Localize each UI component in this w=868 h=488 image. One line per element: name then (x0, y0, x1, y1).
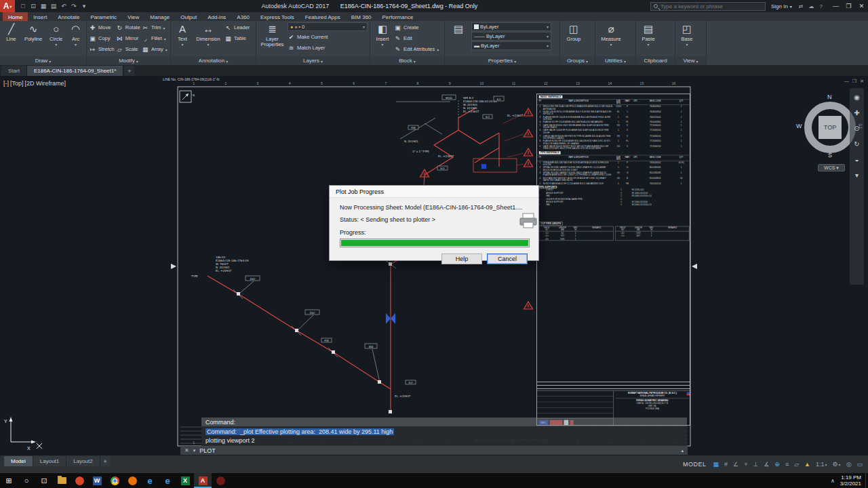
restore-drawing-icon[interactable]: ❐ (852, 79, 856, 84)
button-create[interactable]: ▣Create (394, 22, 439, 33)
showmotion-icon[interactable]: ◒ (854, 156, 859, 163)
wcs-menu[interactable]: WCS ▾ (818, 164, 845, 171)
button-layer-properties[interactable]: ≣Layer Properties (258, 22, 286, 48)
command-input-value[interactable]: PLOT (199, 447, 216, 454)
button-array[interactable]: ▦Array▾ (142, 44, 167, 54)
ribbon-tab-featured-apps[interactable]: Featured Apps (300, 12, 346, 21)
taskbar-task-view-icon[interactable]: ⊡ (35, 473, 53, 488)
navigation-wheel-icon[interactable]: ◉ (854, 94, 860, 101)
button-table[interactable]: ▦Table (224, 33, 250, 43)
linetype-select[interactable]: ——ByLayer▾ (471, 32, 551, 41)
viewcube-south[interactable]: S (828, 152, 832, 159)
ribbon-tab-performance[interactable]: Performance (377, 12, 419, 21)
stay-connected-icon[interactable]: ☁ (809, 3, 814, 9)
taskbar-excel-icon[interactable]: X (176, 473, 194, 488)
panel-label-draw[interactable]: Draw▾ (0, 56, 86, 65)
button-insert[interactable]: ◧Insert▾ (372, 22, 393, 47)
taskbar-firefox-icon[interactable] (123, 473, 141, 488)
taskbar-chrome-icon[interactable] (106, 473, 123, 488)
panel-label-utilities[interactable]: Utilities▾ (595, 56, 635, 65)
panel-label-modify[interactable]: Modify▾ (87, 56, 170, 65)
save-icon[interactable]: ▦ (39, 3, 48, 9)
workspace-switching-icon[interactable]: ⚙▾ (833, 461, 841, 468)
layout-tab-layout2[interactable]: Layout2 (66, 456, 100, 466)
pan-icon[interactable]: ✚ (854, 109, 859, 117)
taskbar-clock[interactable]: 1:19 PM 3/2/2021 (840, 474, 865, 487)
viewport-view-control[interactable]: [Top] (10, 80, 24, 87)
panel-label-view[interactable]: View▾ (675, 56, 706, 65)
ribbon-tab-home[interactable]: Home (3, 12, 28, 21)
sign-in-button[interactable]: Sign In ▾ (771, 3, 792, 9)
grid-icon[interactable]: ▦ (713, 461, 719, 468)
ribbon-tab-view[interactable]: View (122, 12, 144, 21)
button-base[interactable]: ◰Base▾ (677, 22, 696, 47)
polar-tracking-icon[interactable]: ∡ (764, 461, 769, 468)
button-leader[interactable]: ↖Leader (224, 22, 250, 33)
panel-label-layers[interactable]: Layers▾ (256, 56, 370, 65)
button-group[interactable]: ◫Group (562, 22, 585, 42)
ribbon-tab-manage[interactable]: Manage (144, 12, 175, 21)
object-color-select[interactable]: ByLayer▾ (471, 22, 551, 31)
button-polyline[interactable]: ∿Polyline (22, 22, 45, 42)
button-measure[interactable]: ⌀Measure▾ (597, 22, 625, 47)
command-input-bar[interactable]: ✕ ▾ PLOT ▴ (180, 446, 688, 455)
close-icon[interactable]: ✕ (184, 447, 189, 453)
close-drawing-icon[interactable]: ✕ (860, 79, 864, 84)
ribbon-tab-bim-360[interactable]: BIM 360 (346, 12, 377, 21)
chevron-down-icon[interactable]: ▾ (193, 448, 196, 453)
ribbon-tab-express-tools[interactable]: Express Tools (255, 12, 300, 21)
button-dimension[interactable]: ↔Dimension▾ (193, 22, 223, 47)
exchange-apps-icon[interactable]: ⇄ (799, 3, 804, 9)
minimize-icon[interactable]: — (829, 3, 842, 9)
lineweight-icon[interactable]: ≡ (785, 461, 789, 468)
panel-label-clipboard[interactable]: Clipboard (636, 56, 675, 65)
button-copy[interactable]: ▣Copy (89, 33, 115, 43)
taskbar-word-icon[interactable]: W (88, 473, 106, 488)
ribbon-tab-output[interactable]: Output (175, 12, 202, 21)
button-scale[interactable]: ▱Scale (116, 44, 140, 54)
taskbar-search-icon[interactable]: ○ (18, 473, 35, 488)
close-icon[interactable]: ✕ (855, 3, 868, 9)
orbit-icon[interactable]: ↻ (854, 140, 859, 148)
button-mirror[interactable]: ⋈Mirror (116, 33, 140, 43)
plot-icon[interactable]: ▤ (49, 3, 58, 9)
taskbar-file-explorer-icon[interactable] (53, 473, 71, 488)
button-match-layer[interactable]: ≋Match Layer (288, 43, 368, 53)
button-edit[interactable]: ✎Edit (394, 33, 439, 43)
viewcube-top-face[interactable]: TOP (818, 116, 842, 139)
new-layout-button[interactable]: + (100, 456, 111, 466)
help-icon[interactable]: ? (820, 3, 823, 9)
button-fillet[interactable]: ◞Fillet▾ (142, 33, 167, 43)
layout-tab-model[interactable]: Model (4, 456, 33, 466)
help-search-box[interactable] (650, 2, 766, 11)
layer-select[interactable]: ●●▪0▾ (288, 22, 368, 31)
lineweight-select[interactable]: ▬ByLayer▾ (471, 41, 551, 50)
redo-icon[interactable]: ↷ (69, 3, 79, 9)
button-circle[interactable]: ○Circle▾ (46, 22, 66, 47)
open-icon[interactable]: ⊡ (28, 3, 38, 9)
ribbon-tab-add-ins[interactable]: Add-ins (202, 12, 231, 21)
ortho-icon[interactable]: ⊥ (753, 461, 758, 468)
dialog-title[interactable]: Plot Job Progress (330, 186, 538, 198)
button-stretch[interactable]: ↦Stretch (89, 44, 115, 54)
taskbar-autocad-icon[interactable]: A (194, 473, 212, 488)
viewcube-north[interactable]: N (827, 94, 832, 100)
infer-constraints-icon[interactable]: ∠ (733, 461, 738, 468)
dynamic-input-icon[interactable]: + (744, 461, 747, 468)
zoom-icon[interactable]: ⊙ (854, 125, 859, 132)
taskbar-edge-icon[interactable]: e (141, 473, 159, 488)
cancel-button[interactable]: Cancel (487, 253, 528, 264)
viewport-minus-control[interactable]: [-] (3, 80, 9, 87)
clean-screen-icon[interactable]: ▭ (856, 461, 863, 468)
button-rotate[interactable]: ↻Rotate (116, 22, 140, 33)
search-input[interactable] (660, 3, 755, 9)
button-paste[interactable]: ▤Paste▾ (638, 22, 658, 47)
button-move[interactable]: ✚Move (89, 22, 115, 33)
button-edit-attributes[interactable]: ✎Edit Attributes▾ (394, 44, 439, 54)
undo-icon[interactable]: ↶ (59, 3, 68, 9)
button-arc[interactable]: ◠Arc▾ (67, 22, 84, 47)
annotation-visibility-icon[interactable]: ▲ (804, 461, 810, 468)
model-space-label[interactable]: MODEL (683, 461, 707, 468)
drawing-canvas[interactable]: NYX1122334455667788991010111112121313141… (0, 76, 868, 455)
ribbon-tab-a360[interactable]: A360 (231, 12, 255, 21)
